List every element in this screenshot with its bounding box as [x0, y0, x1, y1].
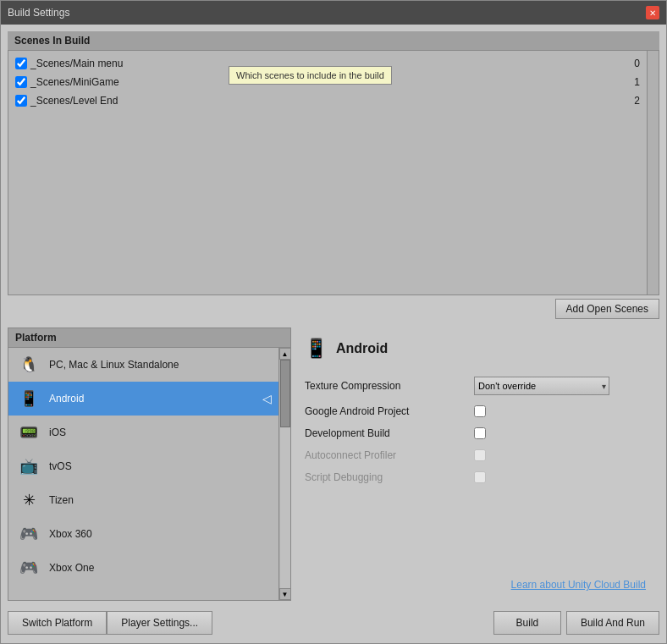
platform-item-tizen[interactable]: ✳Tizen [8, 483, 278, 517]
script-debugging-control [474, 471, 646, 483]
build-and-run-button[interactable]: Build And Run [566, 611, 659, 635]
tizen-platform-icon: ✳ [17, 488, 41, 512]
scrollbar-thumb[interactable] [280, 360, 290, 427]
scrollbar-down-arrow[interactable]: ▼ [279, 588, 291, 600]
add-open-scenes-row: Add Open Scenes [8, 295, 659, 322]
left-buttons: Switch Platform Player Settings... [8, 611, 212, 635]
platform-label-xbox360: Xbox 360 [49, 528, 92, 540]
close-button[interactable]: ✕ [646, 6, 659, 19]
right-panel: 📱 Android Texture Compression Don't over… [291, 328, 659, 601]
platform-label-pc: PC, Mac & Linux Standalone [49, 359, 179, 371]
autoconnect-profiler-label: Autoconnect Profiler [305, 449, 474, 461]
platform-item-xboxone[interactable]: 🎮Xbox One [8, 551, 278, 585]
platform-header: Platform [8, 328, 291, 347]
autoconnect-profiler-control [474, 449, 646, 461]
build-settings-window: Build Settings ✕ Scenes In Build Which s… [0, 0, 667, 644]
autoconnect-profiler-row: Autoconnect Profiler [305, 449, 646, 461]
scrollbar-up-arrow[interactable]: ▲ [279, 348, 291, 360]
platform-item-ios[interactable]: 📟iOS [8, 416, 278, 449]
development-build-row: Development Build [305, 427, 646, 439]
google-android-label: Google Android Project [305, 405, 474, 417]
xbox360-platform-icon: 🎮 [17, 522, 41, 546]
development-build-control [474, 427, 646, 439]
google-android-checkbox[interactable] [474, 405, 486, 417]
active-platform-arrow: ◁ [262, 392, 272, 405]
texture-compression-control: Don't override DXT PVRTC ATC ETC ETC2 AS… [474, 377, 646, 395]
window-title: Build Settings [8, 7, 69, 19]
platform-label-android: Android [49, 393, 84, 405]
texture-compression-dropdown-wrapper: Don't override DXT PVRTC ATC ETC ETC2 AS… [474, 377, 609, 395]
scene-index: 0 [634, 58, 640, 69]
scene-checkbox[interactable] [15, 95, 27, 107]
title-bar: Build Settings ✕ [1, 1, 666, 25]
scene-checkbox[interactable] [15, 76, 27, 88]
platform-item-xbox360[interactable]: 🎮Xbox 360 [8, 517, 278, 551]
right-buttons: Build Build And Run [493, 611, 659, 635]
scrollbar-track [280, 360, 290, 588]
google-android-row: Google Android Project [305, 405, 646, 417]
platform-item-tvos[interactable]: 📺tvOS [8, 449, 278, 483]
tooltip-box: Which scenes to include in the build [229, 66, 392, 85]
ios-platform-icon: 📟 [17, 421, 41, 444]
scenes-list-container: Which scenes to include in the build _Sc… [8, 50, 659, 295]
autoconnect-profiler-checkbox [474, 449, 486, 461]
main-content: Scenes In Build Which scenes to include … [1, 25, 666, 643]
add-open-scenes-button[interactable]: Add Open Scenes [555, 299, 659, 319]
platform-list: 🐧PC, Mac & Linux Standalone📱Android◁📟iOS… [8, 348, 278, 600]
platform-scrollbar: ▲ ▼ [278, 348, 290, 600]
development-build-label: Development Build [305, 427, 474, 439]
scene-row: _Scenes/Level End2 [8, 91, 647, 110]
scenes-section: Scenes In Build Which scenes to include … [8, 31, 659, 322]
tvos-platform-icon: 📺 [17, 454, 41, 478]
android-platform-icon: 📱 [17, 387, 41, 410]
platform-title-row: 📱 Android [305, 338, 646, 360]
pc-platform-icon: 🐧 [17, 353, 41, 377]
scenes-header: Scenes In Build [8, 31, 659, 50]
build-button[interactable]: Build [493, 611, 561, 635]
scene-name: _Scenes/Main menu [30, 58, 123, 69]
script-debugging-row: Script Debugging [305, 471, 646, 483]
scene-index: 2 [634, 95, 640, 107]
platform-label-ios: iOS [49, 427, 66, 438]
platform-label-tvos: tvOS [49, 460, 72, 472]
platform-item-pc[interactable]: 🐧PC, Mac & Linux Standalone [8, 348, 278, 382]
android-title-icon: 📱 [305, 338, 328, 360]
bottom-section: Platform 🐧PC, Mac & Linux Standalone📱And… [8, 328, 659, 601]
scene-index: 1 [634, 76, 640, 88]
platform-label-xboxone: Xbox One [49, 562, 94, 574]
scenes-scrollbar [647, 51, 659, 294]
platform-item-android[interactable]: 📱Android◁ [8, 382, 278, 416]
player-settings-button[interactable]: Player Settings... [107, 611, 212, 635]
google-android-control [474, 405, 646, 417]
development-build-checkbox[interactable] [474, 427, 486, 439]
scene-name: _Scenes/Level End [30, 95, 118, 107]
script-debugging-checkbox [474, 471, 486, 483]
cloud-build-link[interactable]: Learn about Unity Cloud Build [305, 579, 646, 591]
script-debugging-label: Script Debugging [305, 471, 474, 483]
platform-list-container: 🐧PC, Mac & Linux Standalone📱Android◁📟iOS… [8, 347, 291, 601]
platform-label-tizen: Tizen [49, 494, 74, 506]
scene-checkbox[interactable] [15, 58, 27, 69]
texture-compression-select[interactable]: Don't override DXT PVRTC ATC ETC ETC2 AS… [474, 377, 609, 395]
scenes-list: Which scenes to include in the build _Sc… [8, 51, 647, 294]
xboxone-platform-icon: 🎮 [17, 556, 41, 580]
texture-compression-row: Texture Compression Don't override DXT P… [305, 377, 646, 395]
texture-compression-label: Texture Compression [305, 380, 474, 392]
android-title-text: Android [336, 341, 388, 356]
bottom-buttons: Switch Platform Player Settings... Build… [8, 606, 659, 636]
switch-platform-button[interactable]: Switch Platform [8, 611, 107, 635]
scene-name: _Scenes/MiniGame [30, 76, 119, 88]
platform-panel: Platform 🐧PC, Mac & Linux Standalone📱And… [8, 328, 291, 601]
